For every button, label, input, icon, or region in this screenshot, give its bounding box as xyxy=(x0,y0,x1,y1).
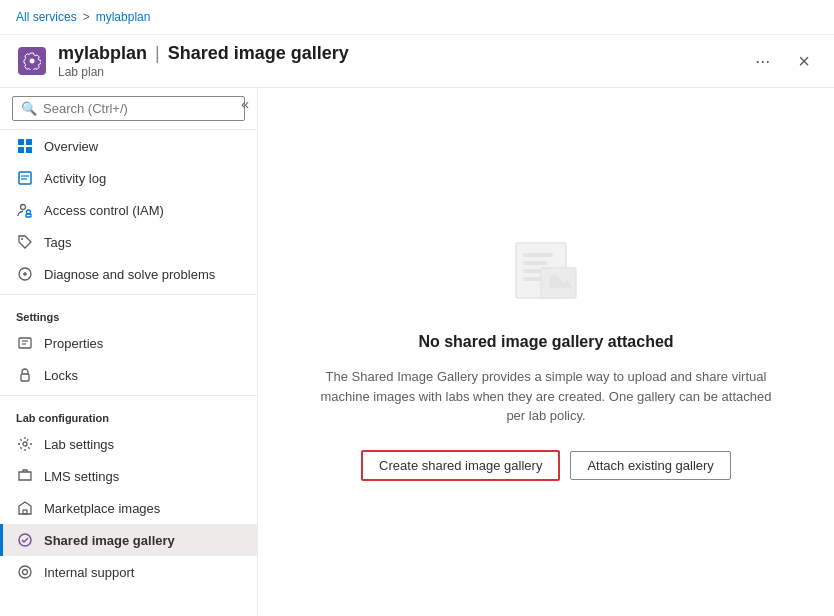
sidebar-item-overview[interactable]: Overview xyxy=(0,130,257,162)
sidebar-item-locks-label: Locks xyxy=(44,368,78,383)
main-content: No shared image gallery attached The Sha… xyxy=(258,88,834,616)
breadcrumb-all-services[interactable]: All services xyxy=(16,10,77,24)
svg-rect-2 xyxy=(18,147,24,153)
svg-rect-12 xyxy=(19,338,31,348)
svg-point-7 xyxy=(21,205,26,210)
access-control-icon xyxy=(16,201,34,219)
properties-icon xyxy=(16,334,34,352)
svg-rect-1 xyxy=(26,139,32,145)
sidebar-item-activity-log[interactable]: Activity log xyxy=(0,162,257,194)
breadcrumb: All services > mylabplan xyxy=(0,0,834,35)
lab-config-divider xyxy=(0,395,257,396)
sidebar-item-diagnose[interactable]: Diagnose and solve problems xyxy=(0,258,257,290)
sidebar-nav: Overview Activity log Access control (IA… xyxy=(0,130,257,616)
create-shared-gallery-button[interactable]: Create shared image gallery xyxy=(361,450,560,481)
locks-icon xyxy=(16,366,34,384)
sidebar-item-lms-settings[interactable]: LMS settings xyxy=(0,460,257,492)
svg-rect-9 xyxy=(26,214,31,217)
header-separator: | xyxy=(155,43,160,64)
breadcrumb-separator: > xyxy=(83,10,90,24)
svg-rect-0 xyxy=(18,139,24,145)
attach-existing-gallery-button[interactable]: Attach existing gallery xyxy=(570,451,730,480)
svg-rect-22 xyxy=(523,253,553,257)
svg-point-10 xyxy=(21,238,23,240)
svg-rect-4 xyxy=(19,172,31,184)
sidebar-item-overview-label: Overview xyxy=(44,139,98,154)
sidebar-item-internal-support-label: Internal support xyxy=(44,565,134,580)
sidebar: 🔍 « Overview Activity log xyxy=(0,88,258,616)
svg-rect-25 xyxy=(523,277,541,281)
svg-point-19 xyxy=(19,566,31,578)
sidebar-item-locks[interactable]: Locks xyxy=(0,359,257,391)
sidebar-item-properties-label: Properties xyxy=(44,336,103,351)
sidebar-item-diagnose-label: Diagnose and solve problems xyxy=(44,267,215,282)
empty-state: No shared image gallery attached The Sha… xyxy=(318,223,774,481)
support-icon xyxy=(16,563,34,581)
empty-state-description: The Shared Image Gallery provides a simp… xyxy=(318,367,774,426)
header-title-group: mylabplan | Shared image gallery Lab pla… xyxy=(58,43,349,79)
activity-log-icon xyxy=(16,169,34,187)
lab-settings-icon xyxy=(16,435,34,453)
lms-icon xyxy=(16,467,34,485)
sidebar-item-access-control-label: Access control (IAM) xyxy=(44,203,164,218)
page-header: mylabplan | Shared image gallery Lab pla… xyxy=(0,35,834,88)
lab-config-section-label: Lab configuration xyxy=(0,400,257,428)
sidebar-item-marketplace-images[interactable]: Marketplace images xyxy=(0,492,257,524)
marketplace-icon xyxy=(16,499,34,517)
close-button[interactable]: × xyxy=(790,47,818,75)
sidebar-item-marketplace-images-label: Marketplace images xyxy=(44,501,160,516)
empty-state-illustration xyxy=(501,223,591,313)
sidebar-item-lab-settings-label: Lab settings xyxy=(44,437,114,452)
empty-state-actions: Create shared image gallery Attach exist… xyxy=(361,450,731,481)
resource-name: mylabplan xyxy=(58,43,147,64)
sidebar-item-shared-gallery-label: Shared image gallery xyxy=(44,533,175,548)
sidebar-item-access-control[interactable]: Access control (IAM) xyxy=(0,194,257,226)
header-subtitle: Lab plan xyxy=(58,65,349,79)
more-options-button[interactable]: ··· xyxy=(747,47,778,76)
lab-plan-icon xyxy=(18,47,46,75)
tags-icon xyxy=(16,233,34,251)
main-layout: 🔍 « Overview Activity log xyxy=(0,88,834,616)
svg-point-27 xyxy=(550,275,556,281)
sidebar-item-lms-settings-label: LMS settings xyxy=(44,469,119,484)
svg-rect-23 xyxy=(523,261,547,265)
breadcrumb-current[interactable]: mylabplan xyxy=(96,10,151,24)
svg-rect-3 xyxy=(26,147,32,153)
resource-icon xyxy=(16,45,48,77)
empty-state-title: No shared image gallery attached xyxy=(418,333,673,351)
overview-icon xyxy=(16,137,34,155)
shared-gallery-icon xyxy=(16,531,34,549)
svg-rect-17 xyxy=(23,510,27,514)
diagnose-icon xyxy=(16,265,34,283)
search-box[interactable]: 🔍 xyxy=(12,96,245,121)
svg-rect-15 xyxy=(21,374,29,381)
svg-point-20 xyxy=(23,570,28,575)
sidebar-item-tags-label: Tags xyxy=(44,235,71,250)
header-left: mylabplan | Shared image gallery Lab pla… xyxy=(16,43,349,79)
page-title: Shared image gallery xyxy=(168,43,349,64)
settings-section-label: Settings xyxy=(0,299,257,327)
search-input[interactable] xyxy=(43,101,236,116)
collapse-sidebar-button[interactable]: « xyxy=(241,96,249,112)
sidebar-item-properties[interactable]: Properties xyxy=(0,327,257,359)
header-right: ··· × xyxy=(747,47,818,76)
svg-point-16 xyxy=(23,442,27,446)
sidebar-item-internal-support[interactable]: Internal support xyxy=(0,556,257,588)
settings-divider xyxy=(0,294,257,295)
search-icon: 🔍 xyxy=(21,101,37,116)
sidebar-item-tags[interactable]: Tags xyxy=(0,226,257,258)
sidebar-item-activity-log-label: Activity log xyxy=(44,171,106,186)
sidebar-item-lab-settings[interactable]: Lab settings xyxy=(0,428,257,460)
sidebar-item-shared-image-gallery[interactable]: Shared image gallery xyxy=(0,524,257,556)
sidebar-search-area: 🔍 xyxy=(0,88,257,130)
